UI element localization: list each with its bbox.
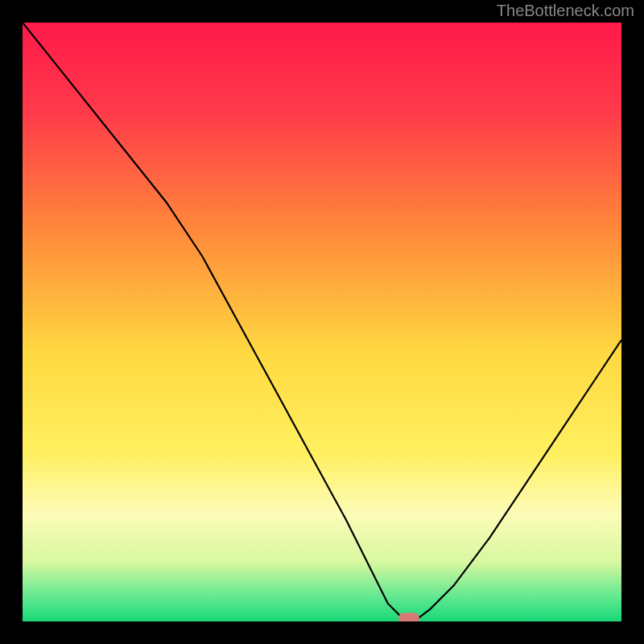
optimal-marker (398, 613, 419, 621)
chart-svg (23, 23, 621, 621)
chart-plot-area (23, 23, 621, 621)
watermark-label: TheBottleneck.com (497, 2, 634, 20)
chart-background (23, 23, 621, 621)
